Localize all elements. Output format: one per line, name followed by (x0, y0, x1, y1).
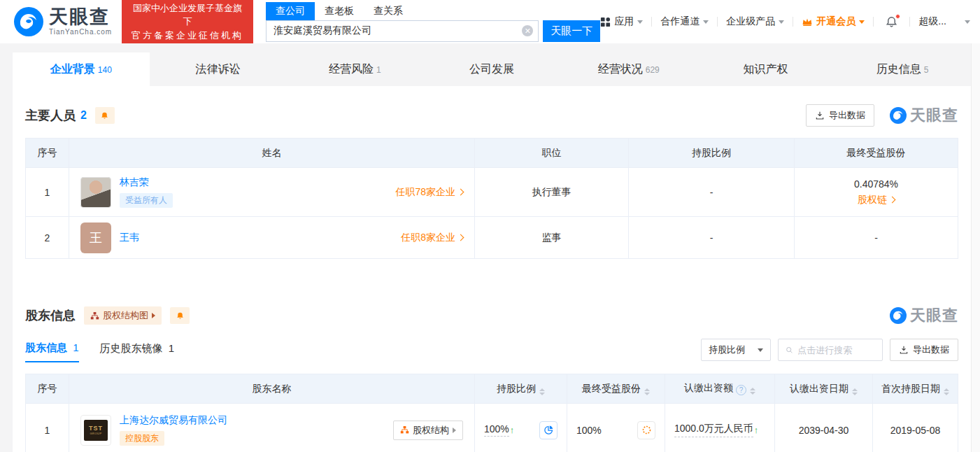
clear-search-icon[interactable]: ✕ (522, 25, 533, 36)
nav-vip-label: 开通会员 (816, 15, 855, 28)
ratio-filter-dropdown[interactable]: 持股比例 (701, 339, 771, 361)
person-avatar[interactable]: 王 (80, 223, 111, 253)
ratio-value[interactable]: 100% (484, 423, 509, 437)
person-avatar[interactable] (80, 177, 111, 208)
staff-count: 2 (80, 109, 87, 122)
tianyancha-logo-icon (14, 7, 43, 36)
triangle-right-icon (152, 313, 155, 318)
equity-structure-chart-label: 股权结构图 (103, 309, 148, 322)
search-tab-relation[interactable]: 查关系 (364, 2, 413, 20)
staff-export-button[interactable]: 导出数据 (806, 104, 874, 127)
tab-operating-risk[interactable]: 经营风险 1 (286, 52, 423, 86)
benefit-cell: 0.40784% 股权链 (795, 168, 958, 217)
col-shareholding-ratio[interactable]: 持股比例 (475, 374, 567, 404)
search-input[interactable] (266, 20, 539, 42)
sort-icon[interactable] (750, 388, 755, 395)
col-subscribed-date[interactable]: 认缴出资日期 (775, 374, 873, 404)
tianyancha-logo-icon (890, 107, 907, 124)
tab-count: 5 (924, 65, 929, 75)
shareholder-table: 序号 股东名称 持股比例 最终受益股份 认缴出资额? 认缴出资日期 (25, 374, 958, 452)
col-first-holding-date[interactable]: 首次持股日期 (873, 374, 958, 404)
chevron-right-icon (457, 189, 464, 196)
watermark-text: 天眼查 (910, 305, 958, 326)
tab-company-development[interactable]: 公司发展 (423, 52, 560, 86)
capital-value[interactable]: 1000.0万元人民币 (674, 423, 753, 437)
search-tab-boss[interactable]: 查老板 (315, 2, 364, 20)
chevron-down-icon (965, 20, 970, 24)
company-logo[interactable]: TST GROUP (80, 415, 111, 446)
tianyancha-logo[interactable]: 天眼查 TianYanCha.com (14, 7, 112, 36)
notification-bell[interactable] (885, 15, 898, 29)
person-name-link[interactable]: 林吉荣 (120, 176, 149, 189)
nav-super-label: 超级... (918, 15, 946, 28)
shareholder-name-link[interactable]: 上海达尔威贸易有限公司 (120, 414, 227, 427)
controlling-shareholder-badge: 控股股东 (120, 431, 164, 446)
col-position: 职位 (475, 139, 629, 168)
tab-label: 法律诉讼 (196, 62, 241, 77)
sort-icon[interactable] (539, 388, 545, 395)
shareholder-row: 1 TST GROUP 上海达尔威贸易有限公司 (26, 404, 958, 452)
col-final-beneficial-share: 最终受益股份 (795, 139, 958, 168)
cert-line-2: 官方备案企业征信机构 (129, 29, 246, 43)
staff-table-header-row: 序号 姓名 职位 持股比例 最终受益股份 (26, 139, 958, 168)
col-subscribed-capital[interactable]: 认缴出资额? (665, 374, 775, 404)
tab-intellectual-property[interactable]: 知识产权 (697, 52, 835, 86)
serving-companies-link[interactable]: 任职78家企业 (395, 186, 463, 199)
pie-chart-icon[interactable] (539, 421, 558, 439)
triangle-right-icon (453, 428, 456, 433)
serving-companies-link[interactable]: 任职8家企业 (401, 232, 463, 244)
nav-partner-label: 合作通道 (660, 15, 700, 28)
nav-enterprise-products[interactable]: 企业级产品 (726, 15, 784, 28)
tab-operating-status[interactable]: 经营状况 629 (560, 52, 697, 86)
person-name-link[interactable]: 王韦 (120, 232, 139, 244)
subtab-shareholder-info[interactable]: 股东信息 1 (25, 341, 79, 362)
tianyancha-logo-icon (890, 307, 907, 324)
nav-open-vip[interactable]: 开通会员 (802, 15, 865, 28)
equity-structure-button[interactable]: 股权结构 (393, 421, 463, 440)
shareholder-search-input[interactable] (797, 345, 875, 355)
col-name: 姓名 (69, 139, 475, 168)
trend-up-icon: ↑ (510, 425, 515, 435)
tab-company-background[interactable]: 企业背景 140 (13, 52, 150, 86)
divider (873, 17, 874, 27)
ratio-cell: - (629, 168, 795, 217)
search-tab-company[interactable]: 查公司 (266, 2, 315, 20)
nav-apps[interactable]: 应用 (600, 15, 643, 28)
sort-icon[interactable] (944, 388, 949, 395)
org-chart-icon (400, 425, 409, 435)
staff-section-title: 主要人员 (25, 107, 76, 124)
shareholder-subscribe-bell[interactable] (170, 307, 190, 324)
sort-icon[interactable] (852, 388, 858, 395)
beneficial-owner-badge[interactable]: 受益所有人 (120, 193, 173, 208)
scrollbar[interactable] (971, 43, 980, 452)
beneficiary-path-icon[interactable] (637, 421, 655, 439)
equity-chain-link[interactable]: 股权链 (858, 194, 895, 206)
search-button[interactable]: 天眼一下 (543, 20, 600, 42)
subtab-count: 1 (73, 341, 78, 353)
staff-table: 序号 姓名 职位 持股比例 最终受益股份 1 (25, 138, 958, 259)
cert-line-1: 国家中小企业发展子基金旗下 (129, 1, 246, 29)
shareholder-section-header: 股东信息 股权结构图 (25, 305, 958, 326)
col-final-beneficial-share[interactable]: 最终受益股份 (567, 374, 665, 404)
nav-super-vip[interactable]: 超级... (918, 15, 970, 28)
help-icon[interactable]: ? (736, 385, 746, 395)
tab-legal-proceedings[interactable]: 法律诉讼 (150, 52, 287, 86)
tab-label: 知识产权 (743, 62, 788, 77)
tab-history-info[interactable]: 历史信息 5 (834, 52, 971, 86)
staff-subscribe-bell[interactable] (95, 107, 115, 124)
shareholder-section-title: 股东信息 (25, 307, 76, 324)
col-index: 序号 (26, 374, 69, 404)
chevron-down-icon (703, 20, 709, 24)
logo-domain-text: TianYanCha.com (49, 29, 112, 36)
subtab-history-shareholders[interactable]: 历史股东镜像 1 (100, 342, 175, 362)
sort-icon[interactable] (644, 388, 650, 395)
tab-label: 公司发展 (469, 62, 514, 77)
tab-label: 经营风险 (329, 62, 374, 77)
row-index: 2 (26, 217, 69, 259)
position-cell: 监事 (475, 217, 629, 259)
shareholder-searchbox[interactable] (778, 339, 883, 361)
shareholder-export-button[interactable]: 导出数据 (890, 339, 958, 361)
search-block: 查公司 查老板 查关系 ✕ 天眼一下 (266, 2, 600, 42)
equity-structure-chart-button[interactable]: 股权结构图 (84, 306, 162, 325)
nav-partner-channel[interactable]: 合作通道 (660, 15, 709, 28)
